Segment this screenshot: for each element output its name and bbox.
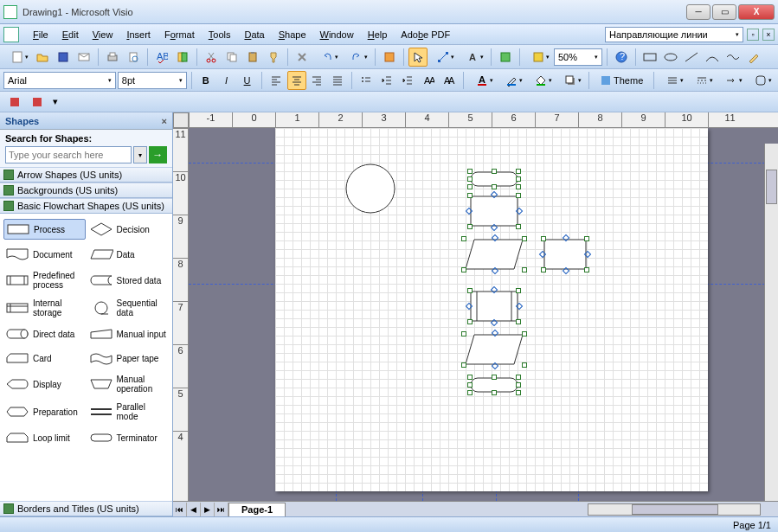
align-justify-button[interactable]	[328, 71, 347, 90]
ellipse-tool-button[interactable]	[661, 48, 680, 67]
line-pattern-button[interactable]	[688, 71, 716, 90]
shape-master-manual-input[interactable]: Manual input	[87, 324, 170, 343]
pointer-tool-button[interactable]	[408, 48, 428, 67]
canvas-data-shape[interactable]	[464, 239, 524, 270]
shape-master-sequential-data[interactable]: Sequential data	[87, 297, 170, 319]
menu-adobe[interactable]: Adobe PDF	[394, 28, 457, 42]
horizontal-scrollbar[interactable]	[588, 503, 761, 516]
font-color-button[interactable]: A	[468, 71, 496, 90]
shape-master-stored-data[interactable]: Stored data	[87, 269, 170, 292]
align-center-button[interactable]	[287, 71, 306, 90]
zoom-combo[interactable]: 50%▾	[554, 48, 602, 66]
connector-tool-button[interactable]	[429, 48, 457, 67]
cut-button[interactable]	[202, 48, 221, 67]
menu-file[interactable]: File	[26, 28, 55, 42]
pencil-tool-button[interactable]	[744, 48, 763, 67]
print-button[interactable]	[103, 48, 122, 67]
email-button[interactable]	[74, 48, 93, 67]
print-preview-button[interactable]	[124, 48, 143, 67]
menu-window[interactable]: Window	[313, 28, 361, 42]
rectangle-tool-button[interactable]	[640, 48, 659, 67]
stencil-backgrounds[interactable]: Backgrounds (US units)	[0, 183, 172, 198]
visio-icon[interactable]	[3, 27, 19, 42]
theme-button[interactable]: Theme	[594, 71, 649, 90]
shape-master-direct-data[interactable]: Direct data	[3, 324, 86, 343]
minimize-button[interactable]: ─	[686, 4, 710, 20]
delete-button[interactable]	[293, 48, 312, 67]
paste-button[interactable]	[243, 48, 262, 67]
save-button[interactable]	[54, 48, 73, 67]
page-next-button[interactable]: ▶	[201, 503, 215, 516]
shape-master-process[interactable]: Process	[3, 219, 86, 240]
ink-tool-button[interactable]	[496, 48, 515, 67]
bullets-button[interactable]	[357, 71, 376, 90]
spelling-button[interactable]: ABC	[152, 48, 171, 67]
pdf-dropdown[interactable]: ▾	[50, 93, 61, 112]
menu-data[interactable]: Data	[237, 28, 271, 42]
undo-button[interactable]	[313, 48, 341, 67]
decrease-indent-button[interactable]	[377, 71, 396, 90]
canvas-process-shape[interactable]	[470, 195, 518, 227]
pdf-convert-button[interactable]	[5, 93, 24, 112]
shape-master-loop-limit[interactable]: Loop limit	[3, 428, 86, 447]
stencil-borders-titles[interactable]: Borders and Titles (US units)	[0, 501, 172, 516]
increase-fontsize-button[interactable]: AA	[440, 71, 459, 90]
shadow-button[interactable]	[556, 71, 584, 90]
underline-button[interactable]: U	[238, 71, 257, 90]
shape-master-paper-tape[interactable]: Paper tape	[87, 349, 170, 368]
line-tool-button[interactable]	[682, 48, 701, 67]
maximize-button[interactable]: ▭	[712, 4, 736, 20]
menu-shape[interactable]: Shape	[272, 28, 313, 42]
text-tool-button[interactable]: A	[459, 48, 486, 67]
menu-help[interactable]: Help	[361, 28, 395, 42]
copy-button[interactable]	[222, 48, 241, 67]
ruler-horizontal[interactable]: -101234567891011	[189, 112, 778, 128]
page-last-button[interactable]: ⏭	[215, 503, 228, 516]
shape-master-card[interactable]: Card	[3, 349, 86, 368]
freeform-tool-button[interactable]	[723, 48, 743, 67]
ruler-corner[interactable]	[173, 112, 189, 128]
canvas-terminator-shape[interactable]	[470, 171, 518, 187]
canvas-terminator-shape-2[interactable]	[470, 377, 518, 393]
decrease-fontsize-button[interactable]: AA	[419, 71, 438, 90]
corner-rounding-button[interactable]	[747, 71, 775, 90]
font-combo[interactable]: Arial▾	[3, 72, 116, 89]
ruler-vertical[interactable]: 1110987654	[173, 128, 189, 501]
shape-master-predefined-process[interactable]: Predefined process	[3, 269, 86, 292]
shape-master-manual-operation[interactable]: Manual operation	[87, 373, 170, 395]
drawing-page[interactable]	[275, 128, 708, 491]
fill-color-button[interactable]	[527, 71, 555, 90]
canvas-predefined-process-shape[interactable]	[470, 291, 518, 322]
search-dropdown[interactable]: ▾	[133, 146, 147, 163]
canvas-process-shape-2[interactable]	[543, 239, 587, 270]
mdi-close-button[interactable]: ×	[762, 29, 775, 41]
line-color-button[interactable]	[498, 71, 525, 90]
pdf-convert-email-button[interactable]	[28, 93, 47, 112]
canvas-circle-shape[interactable]	[344, 163, 396, 215]
help-button[interactable]: ?	[612, 48, 631, 67]
shapes-window-button[interactable]	[380, 48, 399, 67]
line-weight-button[interactable]	[659, 71, 686, 90]
canvas-data-shape-2[interactable]	[464, 334, 524, 365]
close-button[interactable]: X	[738, 4, 775, 20]
format-painter-button[interactable]	[264, 48, 283, 67]
menu-edit[interactable]: Edit	[55, 28, 86, 42]
shape-master-preparation[interactable]: Preparation	[3, 401, 86, 423]
new-button[interactable]	[3, 48, 31, 67]
fontsize-combo[interactable]: 8pt▾	[118, 72, 187, 89]
menu-tools[interactable]: Tools	[202, 28, 238, 42]
page-prev-button[interactable]: ◀	[187, 503, 201, 516]
shape-master-terminator[interactable]: Terminator	[87, 428, 170, 447]
shape-master-document[interactable]: Document	[3, 245, 86, 264]
shape-master-internal-storage[interactable]: Internal storage	[3, 297, 86, 319]
page-tab[interactable]: Page-1	[228, 503, 286, 516]
shape-master-display[interactable]: Display	[3, 373, 86, 395]
arc-tool-button[interactable]	[703, 48, 722, 67]
align-left-button[interactable]	[267, 71, 286, 90]
shape-master-data[interactable]: Data	[87, 245, 170, 264]
open-button[interactable]	[33, 48, 52, 67]
search-input[interactable]	[5, 146, 132, 163]
stencil-arrow-shapes[interactable]: Arrow Shapes (US units)	[0, 167, 172, 183]
menu-view[interactable]: View	[86, 28, 120, 42]
fill-tool-button[interactable]	[524, 48, 552, 67]
